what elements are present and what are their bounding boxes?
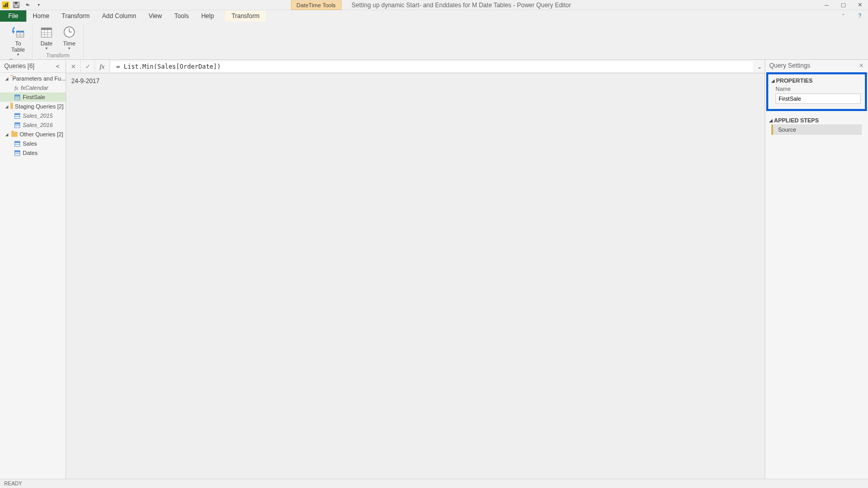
svg-rect-6	[14, 5, 18, 7]
ribbon-collapse-icon[interactable]: ⌃	[835, 10, 851, 21]
calendar-icon	[40, 26, 53, 38]
svg-rect-2	[5, 4, 6, 7]
properties-highlight: ◢ PROPERTIES Name	[766, 72, 867, 111]
settings-title: Query Settings	[769, 62, 810, 69]
ribbon-group-transform: Date ▼ Time ▼ Transform	[33, 24, 84, 59]
function-icon: fx	[14, 85, 18, 91]
queries-header-label: Queries [6]	[4, 62, 35, 70]
queries-panel: Queries [6] < ◢ Parameters and Fu... fx …	[0, 60, 66, 479]
query-item-dates[interactable]: Dates	[0, 148, 66, 158]
formula-fx-button[interactable]: fx	[95, 60, 110, 73]
formula-commit-button[interactable]: ✓	[81, 60, 95, 73]
chevron-down-icon: ◢	[5, 104, 8, 109]
queries-tree: ◢ Parameters and Fu... fx fxCalendar Fir…	[0, 73, 66, 159]
svg-rect-1	[4, 5, 5, 7]
ribbon-tabs: File Home Transform Add Column View Tool…	[0, 10, 868, 22]
tab-view[interactable]: View	[143, 10, 168, 22]
svg-rect-5	[14, 2, 18, 4]
query-item-firstsale[interactable]: FirstSale	[0, 92, 66, 102]
chevron-down-icon: ◢	[5, 132, 9, 137]
query-item-sales2016[interactable]: Sales_2016	[0, 120, 66, 130]
applied-step-source[interactable]: Source	[771, 124, 862, 135]
folder-icon	[11, 132, 18, 137]
app-icon	[2, 2, 9, 9]
tab-file[interactable]: File	[0, 10, 26, 22]
clock-icon	[63, 26, 75, 38]
close-settings-button[interactable]: ✕	[859, 62, 864, 69]
tab-context-transform[interactable]: Transform	[225, 10, 266, 22]
query-item-fxcalendar[interactable]: fx fxCalendar	[0, 83, 66, 92]
table-icon	[14, 113, 20, 119]
svg-rect-3	[7, 3, 8, 7]
chevron-down-icon: ◢	[771, 78, 774, 83]
to-table-icon	[11, 25, 25, 39]
properties-section-label[interactable]: ◢ PROPERTIES	[771, 77, 862, 84]
date-button[interactable]: Date ▼	[37, 24, 56, 52]
chevron-down-icon: ◢	[5, 76, 8, 81]
chevron-down-icon: ▼	[17, 53, 20, 56]
data-preview: 24-9-2017	[66, 73, 765, 479]
save-icon[interactable]	[11, 1, 21, 10]
tab-help[interactable]: Help	[195, 10, 220, 22]
close-button[interactable]: ✕	[851, 0, 868, 10]
help-icon[interactable]: ?	[851, 10, 868, 21]
formula-input[interactable]	[111, 61, 753, 72]
maximize-button[interactable]: ▢	[835, 0, 851, 10]
query-name-input[interactable]	[776, 93, 861, 104]
folder-icon	[10, 104, 13, 109]
ribbon-group-convert: To Table ▼ Convert	[4, 24, 33, 59]
svg-rect-13	[41, 28, 52, 30]
titlebar: ▾ DateTime Tools Setting up dynamic Star…	[0, 0, 868, 10]
query-item-sales[interactable]: Sales	[0, 139, 66, 148]
status-text: READY	[4, 481, 22, 486]
context-tools-label: DateTime Tools	[291, 1, 342, 10]
chevron-down-icon: ◢	[769, 118, 772, 123]
query-item-sales2015[interactable]: Sales_2015	[0, 111, 66, 120]
tree-group-parameters[interactable]: ◢ Parameters and Fu...	[0, 74, 66, 83]
applied-steps-label[interactable]: ◢ APPLIED STEPS	[769, 117, 864, 123]
minimize-button[interactable]: ─	[818, 0, 835, 10]
ribbon: To Table ▼ Convert Date ▼	[0, 22, 868, 60]
time-button[interactable]: Time ▼	[59, 24, 79, 52]
table-icon	[14, 150, 20, 156]
undo-icon[interactable]	[23, 1, 32, 10]
formula-cancel-button[interactable]: ✕	[66, 60, 81, 73]
tab-home[interactable]: Home	[26, 10, 55, 22]
name-label: Name	[776, 86, 862, 92]
table-icon	[14, 95, 20, 100]
collapse-queries-button[interactable]: <	[54, 62, 61, 70]
chevron-down-icon: ▼	[68, 46, 71, 50]
tree-group-staging[interactable]: ◢ Staging Queries [2]	[0, 102, 66, 111]
center-content: ✕ ✓ fx ⌄ 24-9-2017	[66, 60, 765, 479]
formula-expand-button[interactable]: ⌄	[754, 63, 765, 70]
tab-tools[interactable]: Tools	[168, 10, 195, 22]
status-bar: READY	[0, 479, 868, 488]
tab-transform[interactable]: Transform	[55, 10, 96, 22]
preview-value: 24-9-2017	[71, 77, 100, 85]
query-settings-panel: Query Settings ✕ ◢ PROPERTIES Name ◢ APP…	[765, 60, 868, 479]
chevron-down-icon: ▼	[45, 46, 49, 50]
table-icon	[14, 141, 20, 147]
tree-group-other[interactable]: ◢ Other Queries [2]	[0, 130, 66, 139]
window-title: Setting up dynamic Start- and Enddates f…	[352, 2, 571, 9]
to-table-button[interactable]: To Table ▼	[8, 24, 28, 57]
tab-add-column[interactable]: Add Column	[96, 10, 143, 22]
formula-bar: ✕ ✓ fx ⌄	[66, 60, 765, 73]
qat-dropdown-icon[interactable]: ▾	[34, 1, 43, 10]
table-icon	[14, 122, 20, 128]
